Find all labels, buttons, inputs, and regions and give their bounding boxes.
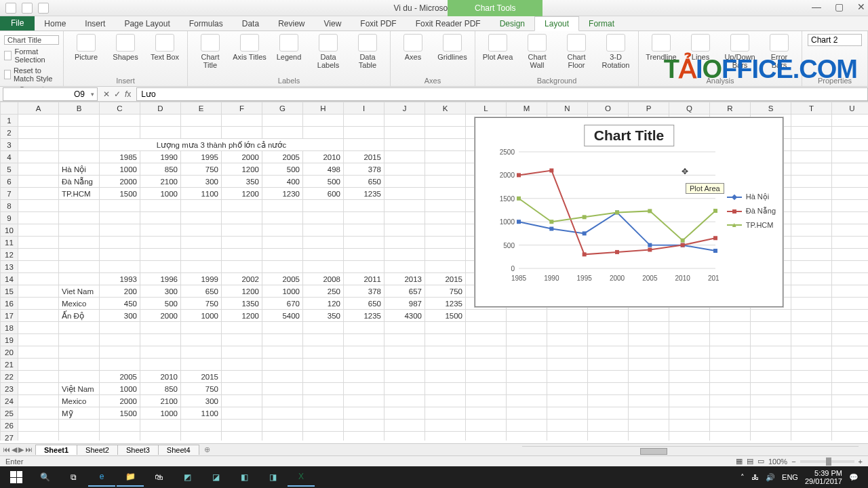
worksheet[interactable]: ABCDEFGHIJKLMNOPQRSTU123Lượng mưa 3 thàn… — [0, 102, 868, 441]
group-label-insert: Insert — [69, 77, 182, 85]
legend-item[interactable]: TP.HCM — [727, 221, 776, 229]
chart-object[interactable]: Chart Title 0500100015002000250019851990… — [475, 117, 783, 307]
view-normal-icon[interactable]: ▦ — [736, 457, 743, 466]
tray-volume-icon[interactable]: 🔊 — [766, 473, 775, 482]
chart-element-combo[interactable]: Chart Title — [4, 35, 59, 45]
svg-rect-19 — [517, 220, 521, 224]
next-sheet-icon[interactable]: ▶ — [18, 445, 24, 454]
app-icon-3[interactable]: ◧ — [231, 468, 258, 487]
sheet-tab-1[interactable]: Sheet1 — [35, 445, 77, 455]
app-icon-1[interactable]: ◩ — [174, 468, 201, 487]
gridlines-button[interactable]: Gridlines — [435, 34, 469, 61]
reset-style-button[interactable]: Reset to Match Style — [4, 66, 59, 83]
chart-title-icon — [201, 34, 220, 52]
data-labels-icon — [319, 34, 338, 52]
svg-text:2010: 2010 — [675, 274, 691, 282]
tray-clock[interactable]: 5:39 PM29/01/2017 — [805, 469, 842, 485]
legend-icon — [279, 34, 298, 52]
chart-wall-button[interactable]: Chart Wall — [520, 34, 554, 69]
prev-sheet-icon[interactable]: ◀ — [12, 445, 17, 454]
ribbon-tabs: File Home Insert Page Layout Formulas Da… — [0, 16, 868, 31]
sheet-tab-4[interactable]: Sheet4 — [158, 445, 199, 455]
fx-icon[interactable]: fx — [125, 89, 131, 99]
tray-network-icon[interactable]: 🖧 — [751, 473, 759, 481]
sheet-tab-3[interactable]: Sheet3 — [117, 445, 159, 455]
rotation-button[interactable]: 3-D Rotation — [599, 34, 633, 69]
format-selection-button[interactable]: Format Selection — [4, 47, 59, 64]
view-break-icon[interactable]: ▭ — [757, 457, 764, 466]
zoom-in-icon[interactable]: + — [859, 458, 863, 466]
axes-button[interactable]: Axes — [396, 34, 430, 61]
app-icon-2[interactable]: ◪ — [202, 468, 229, 487]
tray-lang[interactable]: ENG — [782, 473, 798, 481]
svg-text:1985: 1985 — [511, 274, 527, 282]
maximize-icon[interactable]: ▢ — [835, 1, 844, 12]
zoom-slider[interactable] — [800, 460, 854, 463]
tab-review[interactable]: Review — [269, 17, 314, 30]
task-view-icon[interactable]: ⧉ — [60, 468, 87, 487]
quick-access-toolbar — [0, 3, 54, 14]
tab-file[interactable]: File — [0, 16, 35, 30]
tray-notifications-icon[interactable]: 💬 — [849, 473, 859, 482]
excel-taskbar-icon[interactable]: X — [288, 468, 315, 487]
svg-text:2015: 2015 — [708, 274, 719, 282]
shapes-button[interactable]: Shapes — [108, 34, 142, 61]
edge-icon[interactable]: e — [88, 468, 115, 487]
group-insert: Picture Shapes Text Box Insert — [64, 31, 188, 86]
svg-rect-23 — [648, 243, 652, 247]
view-layout-icon[interactable]: ▤ — [747, 457, 753, 466]
horizontal-scrollbar[interactable] — [522, 446, 859, 455]
tab-foxit-reader[interactable]: Foxit Reader PDF — [406, 17, 490, 30]
zoom-out-icon[interactable]: − — [791, 458, 795, 466]
tab-insert[interactable]: Insert — [75, 17, 115, 30]
search-icon[interactable]: 🔍 — [31, 468, 58, 487]
tab-layout[interactable]: Layout — [534, 16, 579, 31]
tab-page-layout[interactable]: Page Layout — [115, 17, 179, 30]
tray-chevron-icon[interactable]: ˄ — [741, 473, 745, 482]
minimize-icon[interactable]: — — [812, 1, 821, 12]
cancel-formula-icon[interactable]: ✕ — [103, 89, 110, 99]
first-sheet-icon[interactable]: ⏮ — [3, 445, 10, 454]
tab-format[interactable]: Format — [579, 17, 624, 30]
sheet-tab-2[interactable]: Sheet2 — [77, 445, 118, 455]
legend-item[interactable]: Đà Nẵng — [727, 207, 776, 216]
chart-legend[interactable]: Hà NộiĐà NẵngTP.HCM — [727, 192, 776, 229]
svg-rect-33 — [517, 197, 521, 201]
group-axes: Axes Gridlines Axes — [391, 31, 475, 86]
chart-name-input[interactable]: Chart 2 — [808, 34, 862, 46]
axis-titles-button[interactable]: Axis Titles — [233, 34, 267, 61]
close-icon[interactable]: ✕ — [857, 1, 865, 12]
undo-icon[interactable] — [22, 3, 33, 14]
tab-view[interactable]: View — [315, 17, 351, 30]
store-icon[interactable]: 🛍 — [145, 468, 172, 487]
tab-formulas[interactable]: Formulas — [180, 17, 233, 30]
chart-floor-button[interactable]: Chart Floor — [559, 34, 593, 69]
picture-button[interactable]: Picture — [69, 34, 103, 61]
textbox-button[interactable]: Text Box — [148, 34, 182, 61]
start-button[interactable] — [3, 468, 30, 487]
tab-data[interactable]: Data — [233, 17, 269, 30]
chart-wall-icon — [528, 34, 547, 52]
last-sheet-icon[interactable]: ⏭ — [25, 445, 33, 454]
plot-area-button[interactable]: Plot Area — [481, 34, 515, 61]
new-sheet-icon[interactable]: ⊕ — [199, 445, 216, 454]
tab-foxit-pdf[interactable]: Foxit PDF — [351, 17, 406, 30]
tab-design[interactable]: Design — [490, 17, 534, 30]
chart-title[interactable]: Chart Title — [584, 125, 674, 146]
chart-title-button[interactable]: Chart Title — [193, 34, 227, 69]
save-icon[interactable] — [5, 3, 16, 14]
explorer-icon[interactable]: 📁 — [117, 468, 144, 487]
zoom-level[interactable]: 100% — [768, 458, 787, 466]
legend-item[interactable]: Hà Nội — [727, 192, 776, 201]
app-icon-4[interactable]: ◨ — [259, 468, 286, 487]
data-labels-button[interactable]: Data Labels — [311, 34, 345, 69]
enter-formula-icon[interactable]: ✓ — [114, 89, 121, 99]
formula-input[interactable]: Lưo — [136, 87, 868, 101]
tab-home[interactable]: Home — [35, 17, 75, 30]
data-table-button[interactable]: Data Table — [351, 34, 384, 69]
legend-button[interactable]: Legend — [272, 34, 306, 61]
redo-icon[interactable] — [38, 3, 49, 14]
name-box[interactable]: O9 — [3, 87, 98, 101]
plot-area-tooltip: Plot Area — [686, 183, 724, 194]
axes-icon — [403, 34, 422, 52]
